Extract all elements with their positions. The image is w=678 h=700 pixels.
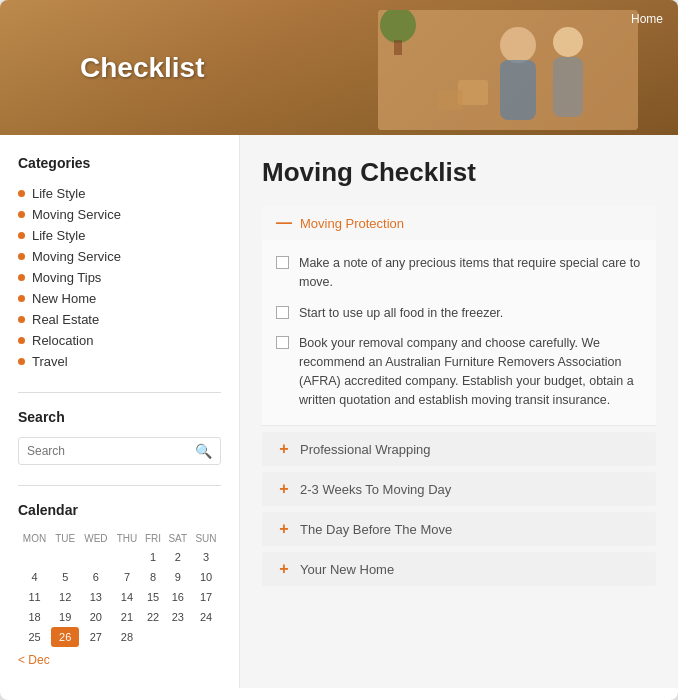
category-item[interactable]: Moving Tips [18,267,221,288]
calendar-day-header: WED [79,530,112,547]
checkbox[interactable] [276,306,289,319]
search-section: Search 🔍 [18,409,221,465]
calendar-table: MONTUEWEDTHUFRISATSUN1234567891011121314… [18,530,221,647]
calendar-day[interactable]: 2 [165,547,192,567]
content-area: Categories Life StyleMoving ServiceLife … [0,135,678,688]
calendar-day[interactable]: 15 [142,587,165,607]
category-label: Life Style [32,186,85,201]
calendar-day[interactable]: 11 [18,587,51,607]
category-item[interactable]: Moving Service [18,204,221,225]
checklist-section: +Your New Home [262,552,656,586]
category-label: Real Estate [32,312,99,327]
calendar-day[interactable]: 8 [142,567,165,587]
calendar-day[interactable]: 16 [165,587,192,607]
checklist-item-text: Book your removal company and choose car… [299,334,642,409]
checkbox[interactable] [276,336,289,349]
calendar-day[interactable]: 27 [79,627,112,647]
hero-svg [378,10,638,130]
calendar-day-header: SUN [191,530,221,547]
category-item[interactable]: New Home [18,288,221,309]
calendar-day[interactable]: 13 [79,587,112,607]
category-item[interactable]: Real Estate [18,309,221,330]
svg-rect-2 [500,60,536,120]
category-dot [18,253,25,260]
calendar-day[interactable]: 6 [79,567,112,587]
category-label: New Home [32,291,96,306]
calendar-day[interactable]: 22 [142,607,165,627]
calendar-day[interactable]: 1 [142,547,165,567]
calendar-day[interactable]: 17 [191,587,221,607]
calendar-day [142,627,165,647]
calendar-day[interactable]: 19 [51,607,79,627]
calendar-prev-nav[interactable]: < Dec [18,653,50,667]
category-dot [18,274,25,281]
calendar-day[interactable]: 18 [18,607,51,627]
section-header[interactable]: —Moving Protection [262,206,656,240]
calendar-day[interactable]: 4 [18,567,51,587]
calendar-section: Calendar MONTUEWEDTHUFRISATSUN1234567891… [18,502,221,668]
category-label: Relocation [32,333,93,348]
section-header[interactable]: +Your New Home [262,552,656,586]
sidebar-divider-2 [18,485,221,486]
section-toggle-icon: — [276,215,292,231]
calendar-day [112,547,141,567]
svg-rect-6 [394,40,402,55]
calendar-day[interactable]: 14 [112,587,141,607]
calendar-day[interactable]: 9 [165,567,192,587]
category-item[interactable]: Travel [18,351,221,372]
section-label: Moving Protection [300,216,404,231]
calendar-day [165,627,192,647]
category-item[interactable]: Life Style [18,225,221,246]
category-dot [18,295,25,302]
calendar-day[interactable]: 5 [51,567,79,587]
calendar-day[interactable]: 7 [112,567,141,587]
calendar-day[interactable]: 28 [112,627,141,647]
category-item[interactable]: Life Style [18,183,221,204]
calendar-day[interactable]: 25 [18,627,51,647]
calendar-day[interactable]: 12 [51,587,79,607]
category-dot [18,358,25,365]
checklist-section: —Moving ProtectionMake a note of any pre… [262,206,656,426]
calendar-day[interactable]: 3 [191,547,221,567]
calendar-day[interactable]: 23 [165,607,192,627]
section-toggle-icon: + [276,441,292,457]
page-wrapper: Checklist Home Categories Life StyleMovi… [0,0,678,700]
calendar-day-header: FRI [142,530,165,547]
section-label: Your New Home [300,562,394,577]
main-title: Moving Checklist [262,157,656,188]
category-label: Moving Tips [32,270,101,285]
checklist-item-text: Make a note of any precious items that r… [299,254,642,292]
calendar-day[interactable]: 10 [191,567,221,587]
categories-title: Categories [18,155,221,171]
checkbox[interactable] [276,256,289,269]
search-box: 🔍 [18,437,221,465]
category-dot [18,337,25,344]
category-item[interactable]: Relocation [18,330,221,351]
search-title: Search [18,409,221,425]
calendar-day [191,627,221,647]
category-label: Life Style [32,228,85,243]
calendar-day[interactable]: 21 [112,607,141,627]
category-dot [18,232,25,239]
checklist-sections: —Moving ProtectionMake a note of any pre… [262,206,656,586]
section-header[interactable]: +Professional Wrapping [262,432,656,466]
category-dot [18,190,25,197]
search-button[interactable]: 🔍 [195,443,212,459]
section-header[interactable]: +2-3 Weeks To Moving Day [262,472,656,506]
calendar-day[interactable]: 24 [191,607,221,627]
search-input[interactable] [27,444,195,458]
calendar-day[interactable]: 26 [51,627,79,647]
sidebar-divider [18,392,221,393]
hero-nav-home[interactable]: Home [631,12,663,26]
category-item[interactable]: Moving Service [18,246,221,267]
checklist-item: Book your removal company and choose car… [276,328,642,415]
checklist-item: Make a note of any precious items that r… [276,248,642,298]
checklist-items: Make a note of any precious items that r… [262,240,656,426]
hero-image [378,10,638,130]
category-label: Moving Service [32,207,121,222]
section-header[interactable]: +The Day Before The Move [262,512,656,546]
category-label: Moving Service [32,249,121,264]
checklist-item: Start to use up all food in the freezer. [276,298,642,329]
calendar-day[interactable]: 20 [79,607,112,627]
section-label: Professional Wrapping [300,442,431,457]
